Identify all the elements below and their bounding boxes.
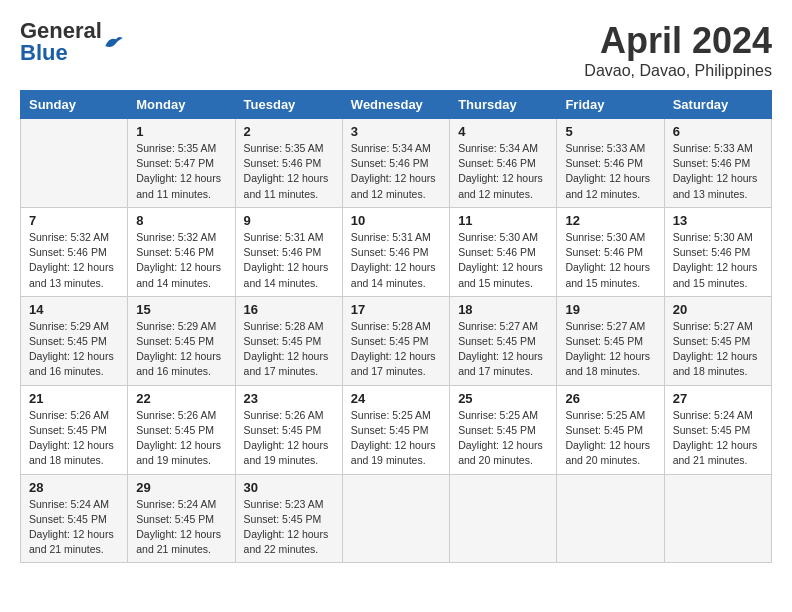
day-info: Sunrise: 5:29 AM Sunset: 5:45 PM Dayligh… [136,319,226,380]
week-row-3: 14Sunrise: 5:29 AM Sunset: 5:45 PM Dayli… [21,296,772,385]
day-number: 10 [351,213,441,228]
month-title: April 2024 [584,20,772,62]
day-info: Sunrise: 5:34 AM Sunset: 5:46 PM Dayligh… [351,141,441,202]
day-cell: 5Sunrise: 5:33 AM Sunset: 5:46 PM Daylig… [557,119,664,208]
day-cell: 23Sunrise: 5:26 AM Sunset: 5:45 PM Dayli… [235,385,342,474]
day-number: 21 [29,391,119,406]
day-cell: 16Sunrise: 5:28 AM Sunset: 5:45 PM Dayli… [235,296,342,385]
logo: General Blue [20,20,124,64]
day-number: 18 [458,302,548,317]
day-cell: 14Sunrise: 5:29 AM Sunset: 5:45 PM Dayli… [21,296,128,385]
location: Davao, Davao, Philippines [584,62,772,80]
column-header-saturday: Saturday [664,91,771,119]
day-cell: 19Sunrise: 5:27 AM Sunset: 5:45 PM Dayli… [557,296,664,385]
day-number: 16 [244,302,334,317]
day-info: Sunrise: 5:32 AM Sunset: 5:46 PM Dayligh… [136,230,226,291]
day-info: Sunrise: 5:30 AM Sunset: 5:46 PM Dayligh… [458,230,548,291]
day-number: 28 [29,480,119,495]
day-info: Sunrise: 5:27 AM Sunset: 5:45 PM Dayligh… [458,319,548,380]
day-number: 14 [29,302,119,317]
day-number: 4 [458,124,548,139]
day-cell: 4Sunrise: 5:34 AM Sunset: 5:46 PM Daylig… [450,119,557,208]
day-number: 22 [136,391,226,406]
day-cell: 30Sunrise: 5:23 AM Sunset: 5:45 PM Dayli… [235,474,342,563]
day-info: Sunrise: 5:27 AM Sunset: 5:45 PM Dayligh… [673,319,763,380]
week-row-2: 7Sunrise: 5:32 AM Sunset: 5:46 PM Daylig… [21,207,772,296]
day-info: Sunrise: 5:33 AM Sunset: 5:46 PM Dayligh… [673,141,763,202]
week-row-5: 28Sunrise: 5:24 AM Sunset: 5:45 PM Dayli… [21,474,772,563]
day-cell [450,474,557,563]
day-info: Sunrise: 5:35 AM Sunset: 5:46 PM Dayligh… [244,141,334,202]
day-info: Sunrise: 5:23 AM Sunset: 5:45 PM Dayligh… [244,497,334,558]
day-info: Sunrise: 5:24 AM Sunset: 5:45 PM Dayligh… [29,497,119,558]
day-cell: 17Sunrise: 5:28 AM Sunset: 5:45 PM Dayli… [342,296,449,385]
day-info: Sunrise: 5:29 AM Sunset: 5:45 PM Dayligh… [29,319,119,380]
day-cell: 20Sunrise: 5:27 AM Sunset: 5:45 PM Dayli… [664,296,771,385]
column-header-monday: Monday [128,91,235,119]
day-info: Sunrise: 5:27 AM Sunset: 5:45 PM Dayligh… [565,319,655,380]
day-number: 7 [29,213,119,228]
day-cell: 7Sunrise: 5:32 AM Sunset: 5:46 PM Daylig… [21,207,128,296]
column-header-wednesday: Wednesday [342,91,449,119]
day-info: Sunrise: 5:32 AM Sunset: 5:46 PM Dayligh… [29,230,119,291]
week-row-4: 21Sunrise: 5:26 AM Sunset: 5:45 PM Dayli… [21,385,772,474]
day-cell: 13Sunrise: 5:30 AM Sunset: 5:46 PM Dayli… [664,207,771,296]
logo-bird-icon [104,34,124,50]
day-cell: 21Sunrise: 5:26 AM Sunset: 5:45 PM Dayli… [21,385,128,474]
day-cell: 10Sunrise: 5:31 AM Sunset: 5:46 PM Dayli… [342,207,449,296]
day-number: 23 [244,391,334,406]
day-number: 13 [673,213,763,228]
day-cell: 8Sunrise: 5:32 AM Sunset: 5:46 PM Daylig… [128,207,235,296]
day-number: 3 [351,124,441,139]
day-number: 19 [565,302,655,317]
day-cell: 24Sunrise: 5:25 AM Sunset: 5:45 PM Dayli… [342,385,449,474]
day-info: Sunrise: 5:25 AM Sunset: 5:45 PM Dayligh… [458,408,548,469]
day-number: 30 [244,480,334,495]
day-number: 26 [565,391,655,406]
day-number: 1 [136,124,226,139]
day-cell: 29Sunrise: 5:24 AM Sunset: 5:45 PM Dayli… [128,474,235,563]
day-cell: 15Sunrise: 5:29 AM Sunset: 5:45 PM Dayli… [128,296,235,385]
day-info: Sunrise: 5:33 AM Sunset: 5:46 PM Dayligh… [565,141,655,202]
day-info: Sunrise: 5:26 AM Sunset: 5:45 PM Dayligh… [136,408,226,469]
day-cell [557,474,664,563]
day-info: Sunrise: 5:31 AM Sunset: 5:46 PM Dayligh… [244,230,334,291]
day-cell: 2Sunrise: 5:35 AM Sunset: 5:46 PM Daylig… [235,119,342,208]
day-number: 12 [565,213,655,228]
day-cell [21,119,128,208]
day-info: Sunrise: 5:30 AM Sunset: 5:46 PM Dayligh… [673,230,763,291]
column-header-sunday: Sunday [21,91,128,119]
calendar-header-row: SundayMondayTuesdayWednesdayThursdayFrid… [21,91,772,119]
day-number: 6 [673,124,763,139]
day-cell: 28Sunrise: 5:24 AM Sunset: 5:45 PM Dayli… [21,474,128,563]
day-number: 24 [351,391,441,406]
day-cell: 27Sunrise: 5:24 AM Sunset: 5:45 PM Dayli… [664,385,771,474]
title-area: April 2024 Davao, Davao, Philippines [584,20,772,80]
day-info: Sunrise: 5:26 AM Sunset: 5:45 PM Dayligh… [29,408,119,469]
day-number: 9 [244,213,334,228]
day-number: 20 [673,302,763,317]
day-cell: 11Sunrise: 5:30 AM Sunset: 5:46 PM Dayli… [450,207,557,296]
day-cell: 12Sunrise: 5:30 AM Sunset: 5:46 PM Dayli… [557,207,664,296]
day-number: 11 [458,213,548,228]
day-cell: 18Sunrise: 5:27 AM Sunset: 5:45 PM Dayli… [450,296,557,385]
day-cell [342,474,449,563]
day-number: 8 [136,213,226,228]
day-cell: 9Sunrise: 5:31 AM Sunset: 5:46 PM Daylig… [235,207,342,296]
day-info: Sunrise: 5:28 AM Sunset: 5:45 PM Dayligh… [244,319,334,380]
day-info: Sunrise: 5:34 AM Sunset: 5:46 PM Dayligh… [458,141,548,202]
page-header: General Blue April 2024 Davao, Davao, Ph… [20,20,772,80]
day-info: Sunrise: 5:30 AM Sunset: 5:46 PM Dayligh… [565,230,655,291]
day-number: 17 [351,302,441,317]
day-info: Sunrise: 5:28 AM Sunset: 5:45 PM Dayligh… [351,319,441,380]
logo-text: General Blue [20,20,102,64]
day-info: Sunrise: 5:25 AM Sunset: 5:45 PM Dayligh… [351,408,441,469]
day-cell: 6Sunrise: 5:33 AM Sunset: 5:46 PM Daylig… [664,119,771,208]
day-cell: 22Sunrise: 5:26 AM Sunset: 5:45 PM Dayli… [128,385,235,474]
day-cell: 25Sunrise: 5:25 AM Sunset: 5:45 PM Dayli… [450,385,557,474]
day-cell: 26Sunrise: 5:25 AM Sunset: 5:45 PM Dayli… [557,385,664,474]
day-number: 25 [458,391,548,406]
calendar-table: SundayMondayTuesdayWednesdayThursdayFrid… [20,90,772,563]
day-info: Sunrise: 5:25 AM Sunset: 5:45 PM Dayligh… [565,408,655,469]
day-cell [664,474,771,563]
